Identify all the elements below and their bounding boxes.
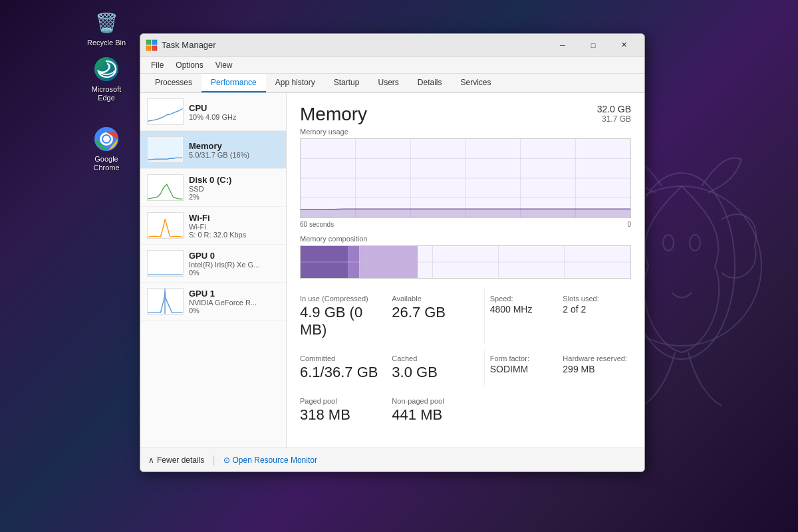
hw-reserved-value: 299 MB [563, 364, 631, 374]
bottom-bar: ∧ Fewer details | ⊙ Open Resource Monito… [140, 448, 644, 471]
svg-rect-12 [152, 46, 157, 51]
memory-title: Memory [300, 104, 367, 125]
non-paged-pool-value: 441 MB [392, 406, 483, 424]
sidebar-item-gpu1[interactable]: GPU 1 NVIDIA GeForce R... 0% [140, 283, 286, 321]
gpu0-sub2: 0% [189, 269, 279, 277]
memory-total: 32.0 GB [597, 104, 631, 114]
desktop-icon-google-chrome[interactable]: Google Chrome [80, 123, 133, 175]
memory-composition-chart [300, 245, 631, 279]
open-resource-monitor-link[interactable]: ⊙ Open Resource Monitor [223, 456, 317, 465]
memory-mini-chart [147, 136, 184, 163]
time-start-label: 60 seconds [300, 221, 334, 228]
cpu-sub: 10% 4.09 GHz [189, 113, 279, 121]
speed-label: Speed: [490, 295, 558, 303]
svg-marker-28 [301, 209, 630, 217]
svg-point-3 [690, 235, 700, 251]
title-bar: Task Manager ─ □ ✕ [140, 34, 644, 57]
disk-sub1: SSD [189, 185, 279, 193]
chevron-up-icon: ∧ [148, 456, 154, 465]
stat-in-use: In use (Compressed) 4.9 GB (0 MB) [300, 289, 392, 344]
tab-app-history[interactable]: App history [266, 74, 325, 92]
gpu1-sub1: NVIDIA GeForce R... [189, 299, 279, 307]
ms-edge-label: Microsoft Edge [82, 85, 130, 102]
gpu1-mini-chart [147, 288, 184, 315]
task-manager-icon [146, 39, 158, 51]
sidebar-item-disk[interactable]: Disk 0 (C:) SSD 2% [140, 169, 286, 207]
main-content: CPU 10% 4.09 GHz Memory 5.0/31.7 GB (16%… [140, 93, 644, 448]
committed-label: Committed [300, 354, 392, 362]
tab-startup[interactable]: Startup [325, 74, 369, 92]
hw-reserved-label: Hardware reserved: [563, 354, 631, 362]
sidebar-item-memory[interactable]: Memory 5.0/31.7 GB (16%) [140, 131, 286, 169]
tab-users[interactable]: Users [368, 74, 408, 92]
memory-header: Memory 32.0 GB 31.7 GB [300, 104, 631, 125]
available-label: Available [392, 295, 483, 303]
close-button[interactable]: ✕ [608, 34, 639, 57]
stats-area: In use (Compressed) 4.9 GB (0 MB) Availa… [300, 289, 631, 429]
gpu0-info: GPU 0 Intel(R) Iris(R) Xe G... 0% [189, 251, 279, 277]
tab-services[interactable]: Services [452, 74, 501, 92]
memory-usage-label: Memory usage [300, 128, 631, 136]
cpu-mini-chart [147, 98, 184, 125]
gpu0-name: GPU 0 [189, 251, 279, 261]
sidebar-item-cpu[interactable]: CPU 10% 4.09 GHz [140, 93, 286, 131]
google-chrome-label: Google Chrome [82, 155, 130, 172]
desktop-icon-ms-edge[interactable]: Microsoft Edge [80, 53, 133, 105]
sidebar-item-wifi[interactable]: Wi-Fi Wi-Fi S: 0 R: 32.0 Kbps [140, 207, 286, 245]
cached-value: 3.0 GB [392, 364, 483, 381]
svg-rect-11 [146, 46, 151, 51]
paged-pool-value: 318 MB [300, 406, 392, 424]
svg-point-2 [663, 235, 674, 251]
stat-committed: Committed 6.1/36.7 GB [300, 349, 392, 386]
open-resource-monitor-label: Open Resource Monitor [233, 456, 317, 465]
in-use-label: In use (Compressed) [300, 295, 392, 303]
memory-name: Memory [189, 141, 279, 151]
committed-value: 6.1/36.7 GB [300, 364, 392, 381]
time-end-label: 0 [627, 221, 631, 228]
slots-value: 2 of 2 [563, 304, 631, 315]
menu-view[interactable]: View [210, 59, 238, 71]
slots-label: Slots used: [563, 295, 631, 303]
svg-rect-10 [152, 40, 157, 45]
memory-info: Memory 5.0/31.7 GB (16%) [189, 141, 279, 159]
paged-pool-label: Paged pool [300, 397, 392, 405]
menu-options[interactable]: Options [170, 59, 208, 71]
form-label: Form factor: [490, 354, 558, 362]
gpu0-sub1: Intel(R) Iris(R) Xe G... [189, 261, 279, 269]
wifi-sub2: S: 0 R: 32.0 Kbps [189, 231, 279, 239]
memory-sub: 5.0/31.7 GB (16%) [189, 151, 279, 159]
svg-rect-16 [148, 213, 182, 238]
tab-performance[interactable]: Performance [201, 74, 266, 92]
tab-bar: Processes Performance App history Startu… [140, 74, 644, 93]
wifi-mini-chart [147, 212, 184, 239]
task-manager-window: Task Manager ─ □ ✕ File Options View Pro… [140, 33, 645, 472]
window-controls: ─ □ ✕ [547, 34, 639, 57]
fewer-details-button[interactable]: ∧ Fewer details [148, 456, 204, 465]
desktop-icon-recycle-bin[interactable]: 🗑️ Recycle Bin [80, 7, 133, 50]
wifi-name: Wi-Fi [189, 213, 279, 223]
tab-details[interactable]: Details [408, 74, 452, 92]
svg-point-8 [103, 136, 110, 142]
sidebar-item-gpu0[interactable]: GPU 0 Intel(R) Iris(R) Xe G... 0% [140, 245, 286, 283]
minimize-button[interactable]: ─ [547, 34, 578, 57]
memory-composition-label: Memory composition [300, 235, 631, 243]
gpu1-name: GPU 1 [189, 289, 279, 299]
separator: | [212, 454, 215, 466]
menu-file[interactable]: File [146, 59, 169, 71]
svg-rect-9 [146, 40, 151, 45]
wifi-sub1: Wi-Fi [189, 223, 279, 231]
stat-non-paged-pool: Non-paged pool 441 MB [392, 392, 483, 429]
chart-time-labels: 60 seconds 0 [300, 221, 631, 228]
ms-edge-icon [93, 56, 120, 82]
stat-available: Available 26.7 GB [392, 289, 483, 344]
google-chrome-icon [93, 126, 120, 152]
stat-cached: Cached 3.0 GB [392, 349, 483, 386]
fewer-details-label: Fewer details [157, 456, 204, 465]
svg-rect-17 [148, 251, 182, 276]
stat-slots: Slots used: 2 of 2 [557, 289, 631, 344]
sidebar: CPU 10% 4.09 GHz Memory 5.0/31.7 GB (16%… [140, 93, 287, 448]
maximize-button[interactable]: □ [578, 34, 608, 57]
wifi-info: Wi-Fi Wi-Fi S: 0 R: 32.0 Kbps [189, 213, 279, 239]
tab-processes[interactable]: Processes [146, 74, 201, 92]
memory-total-block: 32.0 GB 31.7 GB [597, 104, 631, 124]
